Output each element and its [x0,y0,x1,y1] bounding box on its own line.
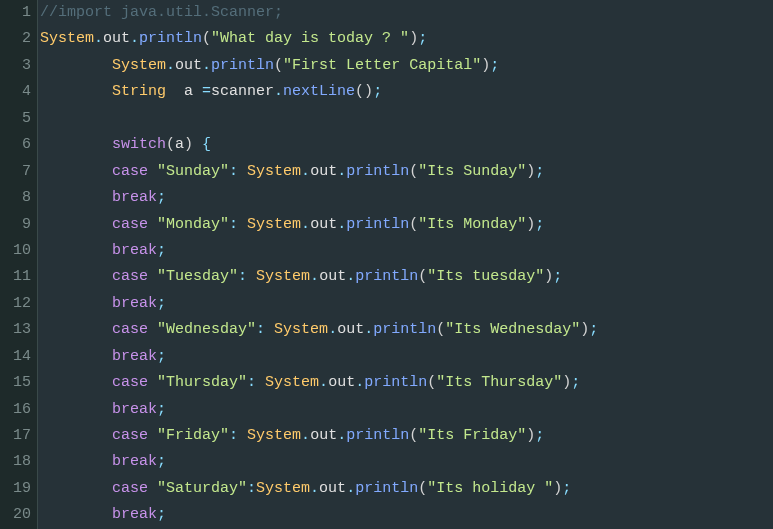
code-line[interactable]: switch(a) { [40,132,773,158]
token-punc: . [274,83,283,100]
token-op: = [202,83,211,100]
line-number: 11 [0,264,31,290]
line-number: 17 [0,423,31,449]
token-id: a [166,83,202,100]
token-punc: ; [157,295,166,312]
code-line[interactable]: case "Thursday": System.out.println("Its… [40,370,773,396]
token-punc: : [256,321,265,338]
token-str: "Tuesday" [157,268,238,285]
token-id [40,83,112,100]
token-cls: System [256,268,310,285]
token-paren: ) [184,136,193,153]
token-id: a [175,136,184,153]
code-line[interactable]: case "Sunday": System.out.println("Its S… [40,159,773,185]
code-line[interactable]: case "Wednesday": System.out.println("It… [40,317,773,343]
code-line[interactable]: //import java.util.Scanner; [40,0,773,26]
code-line[interactable]: String a =scanner.nextLine(); [40,79,773,105]
token-punc: . [166,57,175,74]
token-paren: ) [562,374,571,391]
code-line[interactable]: break; [40,502,773,528]
line-number: 8 [0,185,31,211]
code-line[interactable]: break; [40,344,773,370]
line-number-gutter: 1234567891011121314151617181920 [0,0,38,529]
token-id: out [319,480,346,497]
code-editor-area[interactable]: //import java.util.Scanner;System.out.pr… [38,0,773,529]
line-number: 19 [0,476,31,502]
code-line[interactable]: break; [40,185,773,211]
token-punc: ; [490,57,499,74]
line-number: 20 [0,502,31,528]
code-line[interactable]: break; [40,238,773,264]
token-str: "Monday" [157,216,229,233]
token-kw: case [112,374,148,391]
token-cls: System [265,374,319,391]
token-id [238,163,247,180]
token-str: "Its Wednesday" [445,321,580,338]
token-id [40,57,112,74]
token-paren: ) [526,163,535,180]
token-paren: ) [580,321,589,338]
token-punc: ; [589,321,598,338]
token-fn: println [211,57,274,74]
token-punc: . [301,163,310,180]
token-punc: . [346,480,355,497]
code-line[interactable]: break; [40,397,773,423]
token-punc: . [337,216,346,233]
token-str: "Its holiday " [427,480,553,497]
line-number: 4 [0,79,31,105]
code-line[interactable]: case "Tuesday": System.out.println("Its … [40,264,773,290]
code-line[interactable]: System.out.println("First Letter Capital… [40,53,773,79]
line-number: 10 [0,238,31,264]
token-str: "First Letter Capital" [283,57,481,74]
token-punc: ; [157,189,166,206]
token-kw: case [112,480,148,497]
code-line[interactable] [40,106,773,132]
token-punc: ; [157,401,166,418]
token-paren: ) [481,57,490,74]
line-number: 6 [0,132,31,158]
token-id [265,321,274,338]
code-line[interactable]: case "Friday": System.out.println("Its F… [40,423,773,449]
token-kw: case [112,427,148,444]
code-line[interactable]: case "Saturday":System.out.println("Its … [40,476,773,502]
token-paren: ) [544,268,553,285]
token-id [40,163,112,180]
token-id [40,189,112,206]
token-punc: . [337,163,346,180]
token-kw: break [112,189,157,206]
code-line[interactable]: break; [40,291,773,317]
code-line[interactable]: case "Monday": System.out.println("Its M… [40,212,773,238]
token-id [40,136,112,153]
token-punc: . [337,427,346,444]
token-id [148,480,157,497]
token-punc: . [301,427,310,444]
token-str: "Thursday" [157,374,247,391]
token-id [238,427,247,444]
token-str: "Friday" [157,427,229,444]
token-paren: ) [553,480,562,497]
token-kw: case [112,216,148,233]
token-fn: nextLine [283,83,355,100]
token-punc: : [247,374,256,391]
token-str: "What day is today ? " [211,30,409,47]
token-punc: ; [571,374,580,391]
code-line[interactable]: System.out.println("What day is today ? … [40,26,773,52]
token-cls: System [247,163,301,180]
token-paren: ( [418,480,427,497]
code-line[interactable]: break; [40,449,773,475]
token-paren: ( [409,163,418,180]
token-str: "Sunday" [157,163,229,180]
token-punc: . [346,268,355,285]
token-punc: . [328,321,337,338]
token-id: scanner [211,83,274,100]
line-number: 9 [0,212,31,238]
token-cls: System [247,427,301,444]
token-str: "Its Sunday" [418,163,526,180]
token-paren: () [355,83,373,100]
token-kw: break [112,506,157,523]
token-fn: println [364,374,427,391]
token-id: out [103,30,130,47]
token-str: "Wednesday" [157,321,256,338]
token-punc: ; [418,30,427,47]
token-punc: : [229,163,238,180]
